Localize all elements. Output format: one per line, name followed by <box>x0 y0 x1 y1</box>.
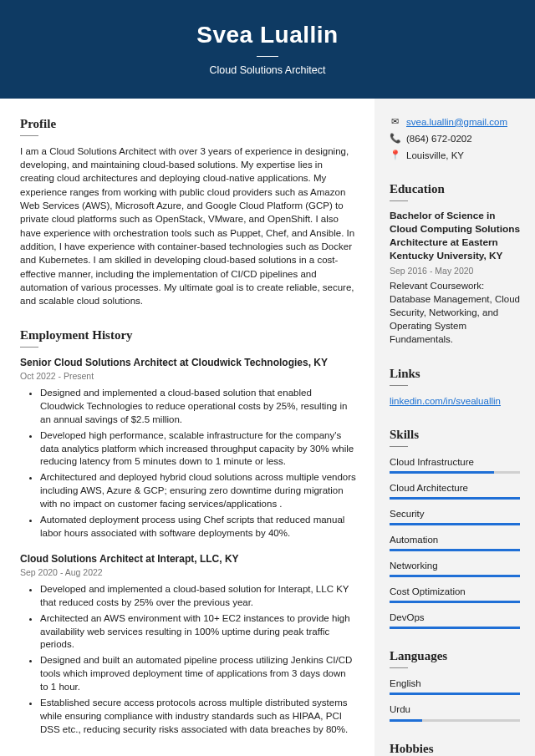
job-dates: Sep 2020 - Aug 2022 <box>20 566 356 579</box>
language-label: Urdu <box>390 703 520 716</box>
job-bullets: Designed and implemented a cloud-based s… <box>20 387 356 540</box>
skill-bar-fill <box>390 549 520 551</box>
skill-item: Cloud Architecture <box>390 481 520 500</box>
bullet: Developed and implemented a cloud-based … <box>40 583 356 610</box>
bullet: Established secure access protocols acro… <box>40 697 356 737</box>
links-section: Links linkedin.com/in/svealuallin <box>390 365 520 408</box>
location-text: Louisville, KY <box>406 149 464 162</box>
skill-bar <box>390 497 520 500</box>
contact-section: ✉ svea.luallin@gmail.com 📞 (864) 672-020… <box>390 115 520 162</box>
hobbies-title: Hobbies <box>390 740 520 756</box>
content: Profile I am a Cloud Solutions Architect… <box>0 99 535 756</box>
profile-title: Profile <box>20 115 356 133</box>
section-underline <box>390 446 408 447</box>
job-dates: Oct 2022 - Present <box>20 370 356 383</box>
skill-bar <box>390 471 520 474</box>
job-bullets: Developed and implemented a cloud-based … <box>20 583 356 736</box>
phone-icon: 📞 <box>390 132 400 145</box>
contact-email: ✉ svea.luallin@gmail.com <box>390 115 520 129</box>
skill-item: Automation <box>390 533 520 551</box>
phone-text: (864) 672-0202 <box>406 132 472 145</box>
education-desc: Relevant Coursework: Database Management… <box>390 280 520 346</box>
skill-bar <box>390 523 520 525</box>
email-link[interactable]: svea.luallin@gmail.com <box>406 115 507 129</box>
skill-bar <box>390 601 520 603</box>
hobbies-section: Hobbies Programming <box>390 740 520 756</box>
employment-section: Employment History Senior Cloud Solution… <box>20 327 356 737</box>
bullet: Architected an AWS environment with 10+ … <box>40 612 356 652</box>
skill-bar <box>390 627 520 629</box>
skill-bar <box>390 575 520 577</box>
section-underline <box>390 667 408 668</box>
skill-label: Cost Optimization <box>390 585 520 598</box>
skill-label: Cloud Architecture <box>390 481 520 495</box>
skill-label: Networking <box>390 559 520 572</box>
language-bar-fill <box>390 719 422 722</box>
language-item: Urdu <box>390 703 520 721</box>
education-title: Education <box>390 180 520 198</box>
skill-bar-fill <box>390 471 494 474</box>
skills-section: Skills Cloud InfrastructureCloud Archite… <box>390 426 520 630</box>
languages-title: Languages <box>390 647 520 665</box>
contact-phone: 📞 (864) 672-0202 <box>390 132 520 145</box>
bullet: Automated deployment process using Chef … <box>40 514 356 540</box>
skill-bar-fill <box>390 497 520 500</box>
profile-text: I am a Cloud Solutions Architect with ov… <box>20 145 356 308</box>
language-item: English <box>390 677 520 695</box>
job-title: Senior Cloud Solutions Architect at Clou… <box>20 356 356 370</box>
job-title: Cloud Solutions Architect at Interapt, L… <box>20 552 356 566</box>
location-icon: 📍 <box>390 149 400 161</box>
section-underline <box>390 385 408 386</box>
education-degree: Bachelor of Science in Cloud Computing S… <box>390 210 520 263</box>
section-underline <box>390 200 408 201</box>
sidebar: ✉ svea.luallin@gmail.com 📞 (864) 672-020… <box>374 99 535 756</box>
section-underline <box>20 135 38 136</box>
bullet: Developed high performance, scalable inf… <box>40 429 356 469</box>
skill-item: Cost Optimization <box>390 585 520 603</box>
bullet: Designed and built an automated pipeline… <box>40 654 356 694</box>
skill-label: DevOps <box>390 611 520 624</box>
skill-label: Cloud Infrastructure <box>390 455 520 469</box>
employment-title: Employment History <box>20 327 356 344</box>
header: Svea Luallin Cloud Solutions Architect <box>0 0 535 99</box>
skill-item: Cloud Infrastructure <box>390 455 520 474</box>
language-label: English <box>390 677 520 690</box>
profile-section: Profile I am a Cloud Solutions Architect… <box>20 115 356 308</box>
main-column: Profile I am a Cloud Solutions Architect… <box>0 99 374 756</box>
education-section: Education Bachelor of Science in Cloud C… <box>390 180 520 347</box>
contact-location: 📍 Louisville, KY <box>390 149 520 162</box>
name: Svea Luallin <box>0 18 535 51</box>
skill-label: Automation <box>390 533 520 546</box>
section-underline <box>20 347 38 348</box>
skill-item: Networking <box>390 559 520 577</box>
languages-section: Languages EnglishUrdu <box>390 647 520 721</box>
bullet: Designed and implemented a cloud-based s… <box>40 387 356 427</box>
email-icon: ✉ <box>390 115 400 128</box>
education-dates: Sep 2016 - May 2020 <box>390 265 520 277</box>
skill-bar-fill <box>390 575 520 577</box>
name-underline <box>257 56 278 57</box>
skill-bar <box>390 549 520 551</box>
job: Cloud Solutions Architect at Interapt, L… <box>20 552 356 737</box>
subtitle: Cloud Solutions Architect <box>0 63 535 79</box>
language-bar-fill <box>390 693 520 695</box>
language-bar <box>390 719 520 722</box>
skill-label: Security <box>390 507 520 520</box>
links-title: Links <box>390 365 520 383</box>
skill-bar-fill <box>390 523 520 525</box>
linkedin-link[interactable]: linkedin.com/in/svealuallin <box>390 396 501 406</box>
skill-item: DevOps <box>390 611 520 629</box>
skills-title: Skills <box>390 426 520 444</box>
language-bar <box>390 693 520 695</box>
bullet: Architectured and deployed hybrid cloud … <box>40 471 356 511</box>
skill-bar-fill <box>390 627 520 629</box>
skill-bar-fill <box>390 601 520 603</box>
job: Senior Cloud Solutions Architect at Clou… <box>20 356 356 540</box>
skill-item: Security <box>390 507 520 525</box>
